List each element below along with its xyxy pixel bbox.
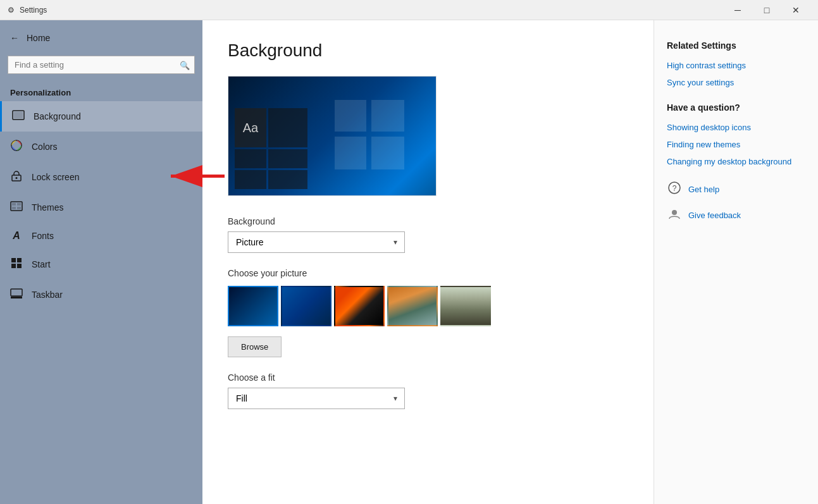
svg-point-24 xyxy=(672,210,677,215)
choose-picture-label: Choose your picture xyxy=(228,268,628,278)
svg-rect-14 xyxy=(11,264,16,268)
home-label: Home xyxy=(27,33,50,43)
give-feedback-item[interactable]: Give feedback xyxy=(667,207,805,223)
settings-icon: ⚙ xyxy=(8,6,15,15)
svg-rect-13 xyxy=(17,258,22,262)
fonts-label: Fonts xyxy=(32,231,54,241)
background-label: Background xyxy=(34,111,81,121)
high-contrast-link[interactable]: High contrast settings xyxy=(667,61,805,70)
background-icon xyxy=(12,109,25,124)
titlebar-controls: ─ □ ✕ xyxy=(723,0,810,20)
svg-rect-19 xyxy=(371,100,404,132)
lock-screen-icon xyxy=(10,169,23,185)
sidebar-item-start[interactable]: Start xyxy=(0,249,202,280)
themes-label: Themes xyxy=(32,202,64,212)
svg-rect-10 xyxy=(12,207,16,209)
get-help-icon: ? xyxy=(667,181,682,197)
start-icon xyxy=(10,257,23,272)
picture-thumb-2[interactable] xyxy=(281,286,332,326)
svg-rect-21 xyxy=(371,137,404,169)
svg-text:?: ? xyxy=(672,184,677,193)
close-button[interactable]: ✕ xyxy=(781,0,810,20)
main-content: Background Aa xyxy=(202,20,654,504)
change-desktop-link[interactable]: Changing my desktop background xyxy=(667,157,805,166)
desktop-icons-link[interactable]: Showing desktop icons xyxy=(667,123,805,132)
right-panel: Related Settings High contrast settings … xyxy=(654,20,818,504)
svg-rect-9 xyxy=(17,203,21,206)
picture-grid xyxy=(228,286,628,326)
question-title: Have a question? xyxy=(667,102,805,113)
sidebar-item-fonts[interactable]: A Fonts xyxy=(0,223,202,249)
svg-rect-16 xyxy=(11,289,22,296)
back-arrow-icon: ← xyxy=(10,33,19,43)
search-icon: 🔍 xyxy=(180,60,190,70)
svg-rect-20 xyxy=(335,137,366,169)
taskbar-icon xyxy=(10,287,23,302)
svg-rect-12 xyxy=(11,258,16,262)
picture-thumb-5[interactable] xyxy=(440,286,491,326)
fit-dropdown-wrapper: Fill Fit Stretch Tile Center Span ▾ xyxy=(228,388,405,409)
sidebar: ← Home 🔍 Personalization Background Colo… xyxy=(0,20,202,504)
give-feedback-icon xyxy=(667,207,682,223)
related-settings-title: Related Settings xyxy=(667,40,805,51)
background-field-label: Background xyxy=(228,216,628,226)
picture-thumb-3[interactable] xyxy=(334,286,385,326)
picture-thumb-1[interactable] xyxy=(228,286,278,326)
choose-fit-label: Choose a fit xyxy=(228,372,628,383)
back-button[interactable]: ← Home xyxy=(0,25,202,51)
app-body: ← Home 🔍 Personalization Background Colo… xyxy=(0,20,818,504)
section-label: Personalization xyxy=(0,79,202,101)
help-section: ? Get help Give feedback xyxy=(667,181,805,223)
colors-label: Colors xyxy=(32,142,57,152)
browse-button[interactable]: Browse xyxy=(228,336,282,357)
svg-rect-8 xyxy=(12,203,16,206)
search-container: 🔍 xyxy=(8,56,195,74)
svg-rect-11 xyxy=(17,207,21,209)
sidebar-item-background[interactable]: Background xyxy=(0,101,202,132)
fonts-icon: A xyxy=(10,230,23,242)
sidebar-item-colors[interactable]: Colors xyxy=(0,132,202,162)
colors-icon xyxy=(10,139,23,154)
finding-themes-link[interactable]: Finding new themes xyxy=(667,140,805,149)
svg-rect-18 xyxy=(335,100,366,132)
start-label: Start xyxy=(32,259,51,269)
background-preview: Aa xyxy=(228,76,437,196)
minimize-button[interactable]: ─ xyxy=(723,0,752,20)
give-feedback-label: Give feedback xyxy=(688,211,741,220)
background-select[interactable]: Picture Solid color Slideshow xyxy=(228,231,405,253)
svg-rect-15 xyxy=(17,264,22,268)
sidebar-item-lock-screen[interactable]: Lock screen xyxy=(0,162,202,192)
sidebar-item-taskbar[interactable]: Taskbar xyxy=(0,280,202,310)
sidebar-item-themes[interactable]: Themes xyxy=(0,192,202,223)
get-help-label: Get help xyxy=(688,185,719,194)
get-help-item[interactable]: ? Get help xyxy=(667,181,805,197)
search-input[interactable] xyxy=(8,56,195,74)
taskbar-label: Taskbar xyxy=(32,290,63,300)
fit-select[interactable]: Fill Fit Stretch Tile Center Span xyxy=(228,388,405,409)
background-dropdown-wrapper: Picture Solid color Slideshow ▾ xyxy=(228,231,405,253)
sync-settings-link[interactable]: Sync your settings xyxy=(667,78,805,87)
picture-thumb-4[interactable] xyxy=(387,286,438,326)
maximize-button[interactable]: □ xyxy=(752,0,781,20)
titlebar: ⚙ Settings ─ □ ✕ xyxy=(0,0,818,20)
svg-point-4 xyxy=(16,177,18,179)
titlebar-left: ⚙ Settings xyxy=(8,6,47,15)
page-title: Background xyxy=(228,40,628,61)
lock-screen-label: Lock screen xyxy=(32,172,79,182)
titlebar-title: Settings xyxy=(20,6,47,15)
svg-rect-17 xyxy=(11,297,22,298)
svg-rect-1 xyxy=(14,112,23,118)
themes-icon xyxy=(10,200,23,215)
